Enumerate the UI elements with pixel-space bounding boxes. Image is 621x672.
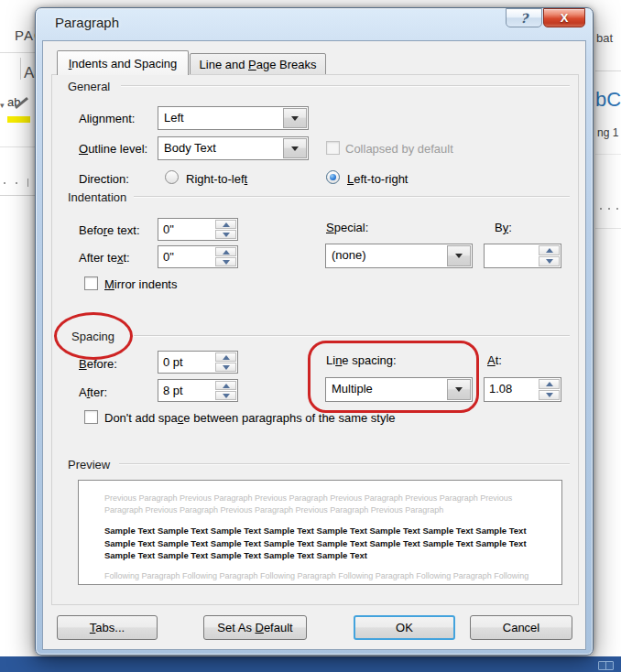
collapsed-by-default-checkbox [326, 141, 340, 155]
dont-add-space-checkbox[interactable] [84, 410, 98, 424]
alignment-combobox[interactable]: Left [158, 106, 309, 130]
dropdown-button[interactable] [447, 245, 471, 266]
spin-down-icon [223, 365, 230, 370]
spin-up-icon [223, 384, 230, 388]
tab-line-and-page-breaks[interactable]: Line and Page Breaks [190, 53, 326, 75]
special-label: Special: [326, 221, 368, 234]
spin-down-button[interactable] [539, 256, 560, 266]
spin-down-button[interactable] [215, 363, 236, 372]
special-value: (none) [326, 244, 446, 267]
spacing-after-label: After: [79, 385, 107, 399]
spacing-after-spinner[interactable]: 8 pt [158, 379, 238, 402]
following-paragraph-text: Following Paragraph Following Paragraph … [104, 570, 541, 586]
divider-line [0, 52, 35, 53]
at-spinner[interactable]: 1.08 [484, 377, 561, 402]
collapsed-by-default-label: Collapsed by default [345, 142, 453, 156]
mirror-indents-label[interactable]: Mirror indents [104, 277, 177, 291]
status-bar [0, 656, 621, 672]
after-text-value[interactable]: 0" [158, 246, 214, 267]
spacing-before-value[interactable]: 0 pt [158, 352, 214, 373]
style-name-fragment: ng 1 [597, 126, 618, 139]
ok-button-label: OK [396, 621, 413, 634]
cancel-button[interactable]: Cancel [470, 615, 572, 640]
spin-up-button[interactable] [539, 245, 560, 255]
spin-down-button[interactable] [215, 230, 236, 239]
read-mode-icon[interactable] [598, 661, 614, 670]
spin-up-icon [223, 355, 230, 360]
sample-text: Sample Text Sample Text Sample Text Samp… [104, 525, 541, 562]
spin-up-button[interactable] [539, 379, 560, 389]
set-as-default-button[interactable]: Set As Default [203, 615, 307, 640]
before-text-value[interactable]: 0" [158, 219, 214, 240]
screen: PAG Aa ▾ ab bat bCc ng 1 Paragraph ? X L… [0, 0, 621, 672]
group-general-heading: General [68, 80, 110, 93]
close-button[interactable]: X [543, 8, 585, 27]
spin-up-button[interactable] [215, 381, 236, 390]
spin-up-icon [546, 248, 553, 253]
spacing-before-spinner[interactable]: 0 pt [158, 351, 238, 374]
tab-indents-and-spacing[interactable]: Indents and Spacing [57, 50, 189, 75]
ruler-tick [608, 208, 610, 210]
direction-rtl-radio[interactable] [165, 170, 179, 184]
question-icon: ? [520, 11, 528, 26]
dropdown-button[interactable] [283, 108, 307, 128]
caret-icon[interactable]: ▾ [0, 101, 5, 110]
divider-line [595, 154, 621, 155]
group-divider [119, 463, 570, 465]
spin-down-icon [223, 260, 230, 265]
divider-line [595, 228, 621, 229]
dont-add-space-label[interactable]: Don't add space between paragraphs of th… [104, 411, 396, 425]
tab-label: Indents and Spacing [69, 57, 178, 70]
direction-rtl-label[interactable]: Right-to-left [186, 172, 247, 186]
spacing-after-value[interactable]: 8 pt [158, 380, 214, 401]
ribbon-tab-fragment-right: bat [596, 31, 613, 45]
spin-down-icon [223, 233, 230, 237]
before-text-spinner[interactable]: 0" [158, 218, 238, 241]
set-as-default-label: Set As Default [217, 621, 292, 634]
red-rounded-rect-annotation [308, 341, 479, 413]
spin-down-button[interactable] [215, 391, 236, 400]
spin-up-icon [223, 250, 230, 255]
outline-level-combobox[interactable]: Body Text [158, 136, 309, 160]
dropdown-button[interactable] [283, 138, 307, 158]
group-divider [134, 196, 570, 198]
dropdown-icon [455, 254, 463, 258]
ruler-tick [600, 208, 602, 210]
divider-line [0, 146, 35, 147]
ruler-tick [27, 179, 28, 187]
spin-down-button[interactable] [539, 390, 560, 400]
ruler-tick [4, 182, 5, 184]
after-text-label: After text: [79, 251, 130, 265]
special-combobox[interactable]: (none) [325, 244, 473, 268]
group-divider [121, 85, 570, 87]
by-spinner[interactable] [484, 244, 561, 268]
help-button[interactable]: ? [506, 8, 542, 27]
divider-line [0, 195, 35, 196]
at-value[interactable]: 1.08 [485, 378, 538, 401]
tabs-button[interactable]: Tabs... [57, 615, 158, 640]
ruler-tick [16, 182, 17, 184]
direction-ltr-label[interactable]: Left-to-right [347, 172, 408, 186]
alignment-value: Left [158, 107, 282, 129]
spin-down-button[interactable] [215, 257, 236, 266]
tabs-button-label: Tabs... [90, 621, 125, 634]
preview-box: Previous Paragraph Previous Paragraph Pr… [78, 480, 562, 585]
by-value[interactable] [485, 244, 538, 267]
direction-label: Direction: [79, 172, 129, 186]
ok-button[interactable]: OK [354, 615, 455, 640]
close-icon: X [561, 11, 569, 25]
direction-ltr-radio[interactable] [326, 170, 340, 184]
style-gallery-fragment[interactable]: bCc [595, 88, 621, 112]
after-text-spinner[interactable]: 0" [158, 245, 238, 268]
divider-line [20, 58, 21, 80]
mirror-indents-checkbox[interactable] [84, 276, 98, 290]
tab-label: Line and Page Breaks [200, 58, 317, 71]
spin-up-button[interactable] [215, 220, 236, 229]
dropdown-icon [291, 146, 299, 151]
dialog-title: Paragraph [55, 15, 119, 30]
highlight-color-swatch[interactable] [7, 116, 30, 123]
spin-up-button[interactable] [215, 352, 236, 362]
divider-line [595, 70, 621, 71]
spin-up-button[interactable] [215, 247, 236, 256]
at-label: At: [487, 353, 502, 367]
